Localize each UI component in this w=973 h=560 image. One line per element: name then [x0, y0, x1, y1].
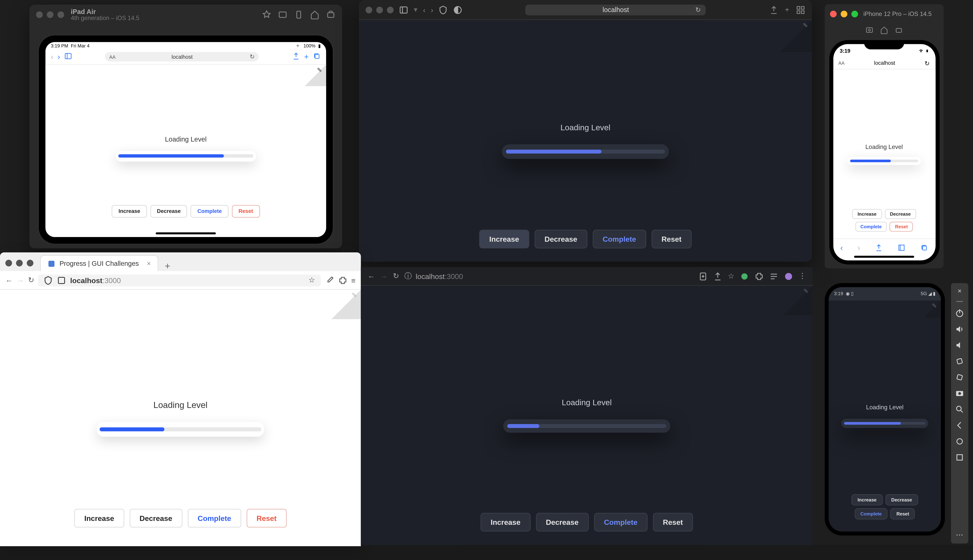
- back-button[interactable]: ←: [5, 276, 13, 284]
- browser-tab[interactable]: Progress | GUI Challenges ×: [40, 255, 158, 271]
- rotate-left-icon[interactable]: [955, 357, 964, 366]
- overview-nav-icon[interactable]: [955, 453, 964, 462]
- decrease-button[interactable]: Decrease: [535, 230, 587, 248]
- zoom-icon[interactable]: [955, 405, 964, 414]
- home-indicator[interactable]: [155, 232, 216, 234]
- share-icon[interactable]: [713, 272, 722, 281]
- new-tab-icon[interactable]: +: [304, 52, 309, 62]
- reload-icon[interactable]: ↻: [250, 53, 255, 60]
- back-button[interactable]: ‹: [51, 52, 53, 62]
- increase-button[interactable]: Increase: [74, 509, 124, 528]
- window-traffic-lights[interactable]: [36, 11, 64, 18]
- url-field[interactable]: ⓘ localhost:3000: [405, 271, 693, 281]
- new-tab-button[interactable]: +: [161, 260, 174, 271]
- eyedropper-icon[interactable]: [324, 275, 334, 285]
- forward-button[interactable]: ›: [57, 52, 60, 62]
- sidebar-icon[interactable]: [64, 52, 72, 62]
- reader-icon[interactable]: AA: [109, 55, 115, 59]
- increase-button[interactable]: Increase: [852, 209, 882, 219]
- increase-button[interactable]: Increase: [112, 205, 147, 217]
- reset-button[interactable]: Reset: [247, 509, 287, 528]
- reset-button[interactable]: Reset: [232, 205, 260, 217]
- forward-button[interactable]: →: [17, 276, 24, 284]
- profile-icon[interactable]: [784, 272, 793, 281]
- site-info-icon[interactable]: ⓘ: [405, 271, 412, 281]
- tabs-grid-icon[interactable]: [796, 5, 805, 14]
- reset-button[interactable]: Reset: [652, 230, 692, 248]
- new-tab-icon[interactable]: +: [785, 5, 789, 14]
- appearance-icon[interactable]: [453, 5, 463, 14]
- url-field[interactable]: AA localhost ↻: [105, 52, 259, 62]
- rotate-icon[interactable]: [294, 10, 303, 20]
- reload-icon[interactable]: ↻: [925, 60, 930, 66]
- close-icon[interactable]: ×: [958, 287, 961, 295]
- window-traffic-lights[interactable]: [366, 7, 393, 13]
- reload-button[interactable]: ↻: [28, 276, 34, 285]
- extensions-icon[interactable]: [338, 275, 347, 285]
- share-icon[interactable]: [292, 52, 300, 62]
- close-tab-icon[interactable]: ×: [147, 260, 151, 267]
- screenshot-icon[interactable]: [278, 10, 288, 20]
- menu-button[interactable]: ⋮: [799, 272, 806, 281]
- url-field[interactable]: localhost:3000 ☆: [38, 274, 321, 286]
- shield-icon[interactable]: [43, 275, 53, 285]
- complete-button[interactable]: Complete: [594, 513, 647, 532]
- window-traffic-lights[interactable]: [830, 11, 858, 17]
- increase-button[interactable]: Increase: [481, 513, 530, 532]
- forward-button[interactable]: →: [380, 272, 388, 280]
- toolbox-icon[interactable]: [326, 10, 336, 20]
- decrease-button[interactable]: Decrease: [130, 509, 182, 528]
- reset-button[interactable]: Reset: [653, 513, 693, 532]
- camera-icon[interactable]: [955, 389, 964, 398]
- home-nav-icon[interactable]: [955, 437, 964, 446]
- reading-list-icon[interactable]: [769, 272, 779, 281]
- power-icon[interactable]: [955, 308, 964, 318]
- decrease-button[interactable]: Decrease: [536, 513, 588, 532]
- more-icon[interactable]: ⋯: [956, 531, 963, 540]
- screenshot-icon[interactable]: [865, 26, 873, 34]
- bookmark-star-icon[interactable]: ☆: [308, 276, 315, 285]
- complete-button[interactable]: Complete: [854, 508, 888, 519]
- reader-icon[interactable]: AA: [838, 61, 844, 65]
- pin-icon[interactable]: [262, 10, 271, 20]
- complete-button[interactable]: Complete: [191, 205, 229, 217]
- increase-button[interactable]: Increase: [852, 494, 883, 505]
- home-icon[interactable]: [310, 10, 319, 20]
- decrease-button[interactable]: Decrease: [885, 494, 918, 505]
- info-icon[interactable]: [57, 275, 66, 285]
- url-field[interactable]: localhost: [849, 60, 921, 66]
- sidebar-icon[interactable]: [399, 5, 408, 14]
- reset-button[interactable]: Reset: [891, 508, 915, 519]
- complete-button[interactable]: Complete: [593, 230, 646, 248]
- forward-button[interactable]: ›: [431, 6, 433, 13]
- toolbox-icon[interactable]: [895, 26, 903, 34]
- increase-button[interactable]: Increase: [479, 230, 529, 248]
- home-icon[interactable]: [880, 26, 888, 34]
- back-nav-icon[interactable]: [955, 421, 964, 430]
- back-button[interactable]: ‹: [840, 243, 843, 252]
- install-icon[interactable]: [699, 272, 708, 281]
- extensions-puzzle-icon[interactable]: [754, 272, 764, 281]
- decrease-button[interactable]: Decrease: [150, 205, 187, 217]
- tabs-icon[interactable]: [313, 52, 321, 62]
- complete-button[interactable]: Complete: [855, 222, 887, 232]
- volume-up-icon[interactable]: [955, 325, 964, 334]
- window-traffic-lights[interactable]: [5, 260, 33, 267]
- share-icon[interactable]: [875, 243, 883, 252]
- volume-down-icon[interactable]: [955, 340, 964, 350]
- home-indicator[interactable]: [854, 256, 914, 258]
- reset-button[interactable]: Reset: [890, 222, 913, 232]
- back-button[interactable]: ‹: [423, 6, 426, 13]
- reload-icon[interactable]: ↻: [695, 6, 700, 13]
- bookmark-star-icon[interactable]: ☆: [728, 272, 734, 281]
- url-field[interactable]: localhost ↻: [526, 4, 706, 15]
- decrease-button[interactable]: Decrease: [884, 209, 916, 219]
- rotate-right-icon[interactable]: [955, 373, 964, 382]
- bookmarks-icon[interactable]: [897, 243, 905, 252]
- menu-button[interactable]: ≡: [351, 276, 356, 284]
- reload-button[interactable]: ↻: [393, 272, 399, 281]
- shield-icon[interactable]: [439, 5, 448, 14]
- minimize-icon[interactable]: [956, 301, 963, 302]
- complete-button[interactable]: Complete: [187, 509, 241, 528]
- forward-button[interactable]: ›: [858, 243, 860, 252]
